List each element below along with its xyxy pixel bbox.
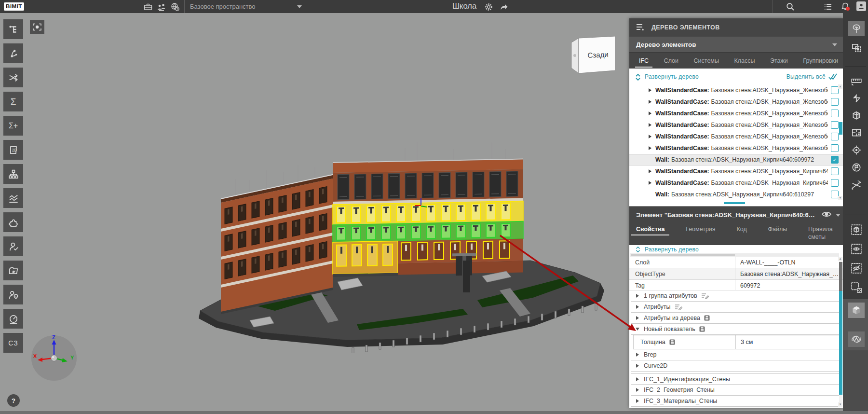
plugin-icon[interactable] bbox=[3, 212, 23, 232]
tree-row[interactable]: WallStandardCase:Базовая стена:ADSK_Нару… bbox=[629, 108, 843, 119]
gear-icon[interactable] bbox=[483, 1, 494, 12]
row-checkbox[interactable] bbox=[831, 179, 839, 187]
share-icon[interactable] bbox=[499, 1, 509, 12]
row-checkbox[interactable] bbox=[831, 156, 839, 164]
orbit-icon[interactable] bbox=[848, 331, 865, 347]
flag-icon[interactable] bbox=[848, 160, 865, 175]
select-all-link[interactable]: Выделить всё bbox=[787, 73, 826, 80]
chevron-down-icon[interactable] bbox=[297, 5, 302, 8]
team-icon[interactable] bbox=[156, 1, 167, 12]
user-check-icon[interactable] bbox=[3, 236, 23, 256]
expand-arrow-icon[interactable] bbox=[649, 88, 651, 92]
property-value[interactable]: A-WALL-____-OTLN bbox=[735, 257, 843, 268]
graph-lines-icon[interactable] bbox=[3, 188, 23, 208]
tree-scrollbar-thumb[interactable] bbox=[839, 122, 842, 135]
gauge-icon[interactable] bbox=[3, 309, 23, 329]
props-hscrollbar[interactable] bbox=[630, 253, 839, 257]
expand-arrow-icon[interactable] bbox=[649, 100, 651, 104]
shuffle-icon[interactable] bbox=[3, 68, 23, 87]
help-button[interactable]: ? bbox=[7, 394, 20, 407]
tab-estimate-rules[interactable]: Правила сметы bbox=[808, 226, 838, 245]
globe-clock-icon[interactable] bbox=[170, 1, 180, 12]
scroll-down-icon[interactable]: ▼ bbox=[838, 196, 842, 200]
row-checkbox[interactable] bbox=[831, 191, 839, 198]
tree-row[interactable]: WallStandardCase:Базовая стена:ADSK_Нару… bbox=[629, 177, 843, 189]
tab-groupings[interactable]: Группировки bbox=[803, 57, 838, 64]
group-row[interactable]: Curve2D bbox=[631, 360, 841, 372]
selection-area-icon[interactable] bbox=[848, 40, 865, 55]
group-row[interactable]: IFC_3_Материалы_Стены bbox=[631, 396, 841, 407]
group-row[interactable]: Brep bbox=[631, 349, 841, 360]
hierarchy-icon[interactable] bbox=[3, 164, 23, 184]
expand-arrow-icon[interactable] bbox=[649, 135, 651, 138]
edit-attributes-icon[interactable] bbox=[675, 304, 682, 310]
expand-arrow-icon[interactable] bbox=[649, 181, 651, 185]
floor-plan-icon[interactable] bbox=[848, 125, 865, 140]
expand-tree-link[interactable]: Развернуть дерево bbox=[645, 73, 699, 80]
axes-numbers-icon[interactable]: 12 bbox=[848, 177, 865, 193]
panel-menu-icon[interactable] bbox=[636, 24, 645, 32]
property-value[interactable]: Базовая стена:ADSK_Наружная_… bbox=[735, 268, 843, 279]
props-scrollbar-thumb-dark[interactable] bbox=[839, 262, 842, 291]
scroll-down-icon[interactable]: ▼ bbox=[838, 402, 842, 407]
notifications-bell-icon[interactable] bbox=[840, 1, 851, 12]
section-box-icon[interactable] bbox=[848, 108, 865, 123]
row-checkbox[interactable] bbox=[831, 144, 839, 152]
tab-geometry[interactable]: Геометрия bbox=[686, 226, 715, 245]
tree-row[interactable]: WallStandardCase:Базовая стена:ADSK_Нару… bbox=[629, 166, 843, 177]
compass-nw-icon[interactable]: СЗ bbox=[3, 333, 23, 353]
expand-collapse-icon[interactable] bbox=[635, 73, 641, 83]
group-row[interactable]: IFC_1_Идентификация_Стены bbox=[631, 373, 841, 385]
user-avatar[interactable] bbox=[856, 1, 866, 11]
expand-arrow-icon[interactable] bbox=[649, 123, 651, 127]
fit-view-icon[interactable] bbox=[30, 20, 44, 34]
chevron-down-icon[interactable] bbox=[836, 214, 841, 217]
sum-icon[interactable]: Σ bbox=[3, 92, 23, 111]
expand-arrow-icon[interactable] bbox=[649, 111, 651, 115]
workspace-selector[interactable]: Базовое пространство bbox=[190, 3, 256, 10]
row-checkbox[interactable] bbox=[831, 133, 839, 140]
tab-layers[interactable]: Слои bbox=[664, 57, 678, 64]
expand-tree-link[interactable]: Развернуть дерево bbox=[645, 246, 699, 253]
hide-element-icon[interactable] bbox=[848, 261, 865, 276]
list-menu-icon[interactable] bbox=[823, 1, 833, 12]
scroll-up-icon[interactable]: ▲ bbox=[838, 84, 842, 89]
tree-row[interactable]: WallStandardCase:Базовая стена:ADSK_Нару… bbox=[629, 131, 843, 142]
props-scrollbar-thumb[interactable] bbox=[839, 291, 842, 395]
tree-row[interactable]: WallStandardCase:Базовая стена:ADSK_Нару… bbox=[629, 142, 843, 154]
row-checkbox[interactable] bbox=[831, 86, 839, 94]
deselect-icon[interactable] bbox=[848, 280, 865, 295]
thickness-value[interactable]: 3 см bbox=[736, 339, 839, 345]
edit-attributes-icon[interactable] bbox=[701, 293, 709, 299]
ghost-element-icon[interactable] bbox=[848, 222, 865, 237]
expand-arrow-icon[interactable] bbox=[649, 146, 651, 150]
tab-classes[interactable]: Классы bbox=[734, 57, 755, 64]
clip-flash-icon[interactable] bbox=[848, 90, 865, 106]
folder-export-icon[interactable] bbox=[3, 261, 23, 280]
row-checkbox[interactable] bbox=[831, 121, 839, 129]
tree-row[interactable]: WallStandardCase:Базовая стена:ADSK_Нару… bbox=[629, 119, 843, 131]
tree-selector[interactable]: Дерево элементов bbox=[629, 37, 843, 53]
thickness-row[interactable]: Толщина 3 см bbox=[633, 335, 840, 349]
group-row[interactable]: 1 группа атрибутов bbox=[631, 290, 841, 302]
user-location-icon[interactable] bbox=[3, 285, 23, 304]
eye-icon[interactable] bbox=[821, 211, 832, 219]
tree-row[interactable]: WallStandardCase:Базовая стена:ADSK_Нару… bbox=[629, 96, 843, 108]
tab-properties[interactable]: Свойства bbox=[636, 226, 665, 245]
node-link-icon[interactable] bbox=[3, 43, 23, 63]
show-element-icon[interactable] bbox=[848, 241, 865, 257]
group-row[interactable]: Атрибуты bbox=[631, 302, 841, 313]
tab-files[interactable]: Файлы bbox=[768, 226, 787, 245]
property-value[interactable]: 609972 bbox=[735, 280, 843, 290]
search-icon[interactable] bbox=[785, 1, 796, 12]
source-icon[interactable] bbox=[699, 326, 705, 332]
row-checkbox[interactable] bbox=[831, 110, 839, 117]
expand-arrow-icon[interactable] bbox=[649, 169, 651, 173]
view-cube[interactable]: Сзади bbox=[570, 35, 617, 77]
tab-code[interactable]: Код bbox=[736, 226, 746, 245]
tab-floors[interactable]: Этажи bbox=[770, 57, 788, 64]
source-icon[interactable] bbox=[704, 315, 710, 321]
scroll-up-icon[interactable]: ▲ bbox=[838, 257, 842, 261]
model-tree-icon[interactable] bbox=[848, 21, 865, 36]
locate-target-icon[interactable] bbox=[848, 142, 865, 158]
